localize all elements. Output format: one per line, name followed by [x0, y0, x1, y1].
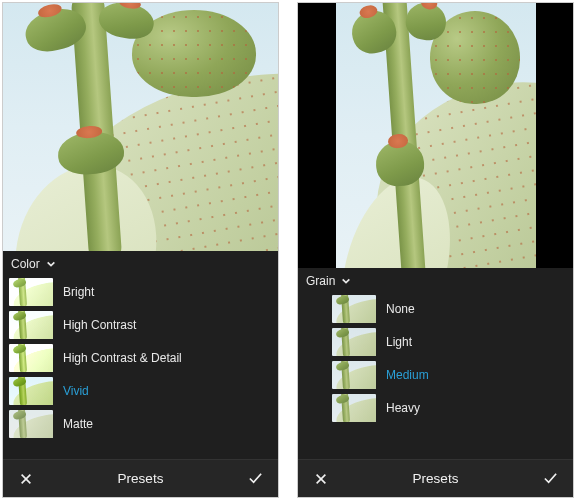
preset-item[interactable]: Bright — [3, 275, 278, 308]
preset-label: Medium — [386, 368, 429, 382]
preset-thumbnail — [332, 328, 376, 356]
confirm-button[interactable] — [242, 466, 268, 492]
preset-item[interactable]: None — [326, 292, 573, 325]
category-selector[interactable]: Grain — [298, 268, 573, 292]
bottom-bar: Presets — [3, 459, 278, 497]
preset-item[interactable]: Medium — [326, 358, 573, 391]
preset-thumbnail — [9, 377, 53, 405]
preset-list: NoneLightMediumHeavy — [298, 292, 573, 459]
photo-preview-area — [3, 3, 278, 251]
preset-label: High Contrast — [63, 318, 136, 332]
photo-preview[interactable] — [336, 3, 536, 268]
preset-label: Matte — [63, 417, 93, 431]
controls-area: Color BrightHigh ContrastHigh Contrast &… — [3, 251, 278, 459]
photo-preview[interactable] — [3, 3, 278, 251]
preset-list: BrightHigh ContrastHigh Contrast & Detai… — [3, 275, 278, 459]
preset-thumbnail — [9, 344, 53, 372]
preset-thumbnail — [332, 361, 376, 389]
cancel-button[interactable] — [308, 466, 334, 492]
preset-item[interactable]: Light — [326, 325, 573, 358]
preset-thumbnail — [9, 311, 53, 339]
preset-panel-color: Color BrightHigh ContrastHigh Contrast &… — [2, 2, 279, 498]
preset-label: Light — [386, 335, 412, 349]
category-selector[interactable]: Color — [3, 251, 278, 275]
preset-thumbnail — [9, 278, 53, 306]
bottom-bar: Presets — [298, 459, 573, 497]
controls-area: Grain NoneLightMediumHeavy — [298, 268, 573, 459]
preset-label: High Contrast & Detail — [63, 351, 182, 365]
category-label: Grain — [306, 274, 335, 288]
preset-item[interactable]: High Contrast & Detail — [3, 341, 278, 374]
confirm-button[interactable] — [537, 466, 563, 492]
preset-item[interactable]: Vivid — [3, 374, 278, 407]
preset-item[interactable]: Heavy — [326, 391, 573, 424]
preset-item[interactable]: High Contrast — [3, 308, 278, 341]
preset-thumbnail — [9, 410, 53, 438]
photo-preview-area — [298, 3, 573, 268]
bottom-bar-title: Presets — [334, 471, 537, 486]
category-label: Color — [11, 257, 40, 271]
preset-panel-grain: Grain NoneLightMediumHeavy Presets — [297, 2, 574, 498]
cancel-button[interactable] — [13, 466, 39, 492]
chevron-down-icon — [341, 276, 351, 286]
chevron-down-icon — [46, 259, 56, 269]
preset-thumbnail — [332, 295, 376, 323]
preset-label: Bright — [63, 285, 94, 299]
preset-item[interactable]: Matte — [3, 407, 278, 440]
preset-label: Heavy — [386, 401, 420, 415]
preset-label: None — [386, 302, 415, 316]
preset-thumbnail — [332, 394, 376, 422]
bottom-bar-title: Presets — [39, 471, 242, 486]
preset-label: Vivid — [63, 384, 89, 398]
